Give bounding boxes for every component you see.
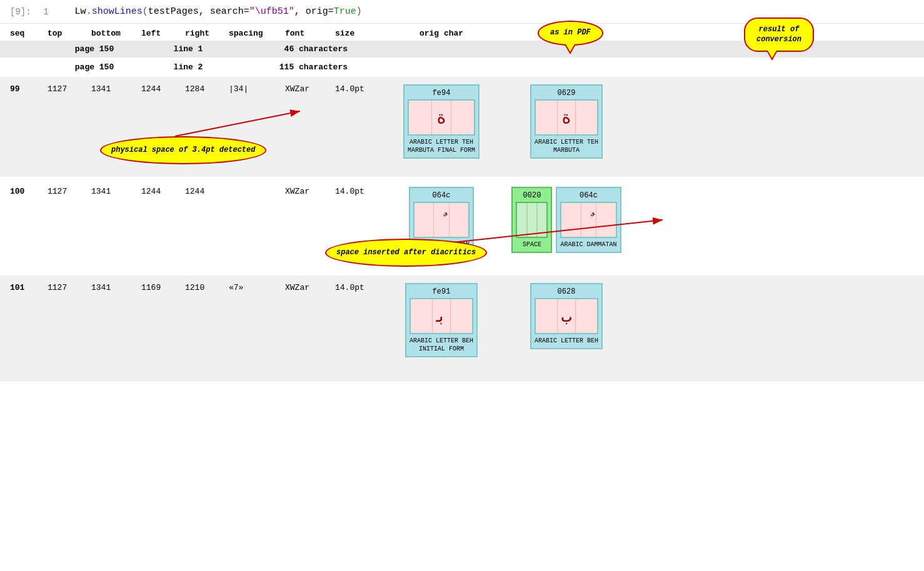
row-99-font: XWZar [285, 84, 335, 94]
page-row-1-page: page 150 [48, 44, 141, 54]
row-99-orig-desc: ARABIC LETTER TEH MARBUTA FINAL FORM [408, 138, 475, 154]
row-100-orig-code: 064c [413, 191, 470, 200]
code-method: showLines [92, 6, 143, 17]
col-header-orig-char: orig char [379, 29, 504, 38]
main-container: [9]: 1 Lw.showLines(testPages, search="\… [0, 0, 924, 571]
row-99-orig-char-glyph: ة [436, 107, 447, 128]
row-100-size: 14.0pt [335, 187, 379, 196]
row-101-orig-code: fe91 [409, 287, 473, 296]
col-header-left: left [141, 29, 185, 38]
row-101-size: 14.0pt [335, 283, 379, 292]
page-row-2-line: line 2 [141, 62, 235, 72]
col-header-bottom: bottom [91, 29, 141, 38]
line-number: 1 [44, 7, 63, 17]
physical-space-callout: physical space of 3.4pt detected [100, 136, 266, 164]
cell-label: [9]: [10, 7, 31, 17]
row-99-bottom: 1341 [91, 84, 141, 94]
row-100-left: 1244 [141, 187, 185, 196]
page-row-1-chars: 46 characters [235, 44, 360, 54]
row-100-conv-desc: ARABIC DAMMATAN [560, 241, 616, 249]
row-100-bottom: 1341 [91, 187, 141, 196]
data-row-99: 99 1127 1341 1244 1284 |34| XWZar 14.0pt… [0, 77, 924, 177]
row-100-conv-code: 064c [560, 191, 616, 200]
data-row-101: 101 1127 1341 1169 1210 «7» XWZar 14.0pt… [0, 276, 924, 382]
row-100-font: XWZar [285, 187, 335, 196]
row-101-orig-desc: ARABIC LETTER BEH INITIAL FORM [409, 337, 473, 353]
row-99-top: 1127 [48, 84, 91, 94]
row-99-right: 1284 [185, 84, 229, 94]
row-101-font: XWZar [285, 283, 335, 292]
row-101-conv-char-glyph: ب [561, 305, 572, 327]
content-area: seq top bottom left right spacing font s… [0, 24, 924, 382]
row-101-top: 1127 [48, 283, 91, 292]
row-101-left: 1169 [141, 283, 185, 292]
code-args: testPages, search= [148, 6, 249, 17]
row-101-conv-char: 0628 ب ARABIC LETTER BEH [504, 283, 629, 349]
page-row-1-line: line 1 [141, 44, 235, 54]
code-lw: Lw [75, 6, 86, 17]
code-content: Lw.showLines(testPages, search="\ufb51",… [75, 6, 362, 17]
row-99-seq: 99 [10, 84, 48, 94]
page-row-2: page 150 line 2 115 characters [0, 59, 924, 76]
row-100-space-code: 0020 [516, 191, 548, 200]
physical-space-text: physical space of 3.4pt detected [111, 146, 255, 154]
space-inserted-text: space inserted after diacritics [336, 248, 476, 257]
row-100-space-label: SPACE [516, 241, 548, 249]
row-99-orig-char: fe94 ة ARABIC LETTER TEH MARBUTA FINAL F… [379, 84, 504, 159]
row-99-size: 14.0pt [335, 84, 379, 94]
row-100-top: 1127 [48, 187, 91, 196]
code-orig-arg: , orig= [294, 6, 334, 17]
col-header-font: font [285, 29, 335, 38]
row-101-seq: 101 [10, 283, 48, 292]
col-header-right: right [185, 29, 229, 38]
orig-char-callout-text: as in PDF [550, 28, 591, 37]
row-99-orig-code: fe94 [408, 89, 475, 97]
col-header-size: size [335, 29, 379, 38]
row-99-conv-char-glyph: ة [561, 107, 572, 128]
row-101-right: 1210 [185, 283, 229, 292]
row-100-right: 1244 [185, 187, 229, 196]
col-header-spacing: spacing [229, 29, 285, 38]
row-101-orig-char-glyph: ﺑ [436, 305, 447, 327]
row-101-bottom: 1341 [91, 283, 141, 292]
row-101-conv-desc: ARABIC LETTER BEH [535, 337, 598, 345]
col-header-top: top [48, 29, 91, 38]
col-header-seq: seq [10, 29, 48, 38]
char-callout-text: result ofconversion [756, 25, 801, 44]
space-inserted-callout: space inserted after diacritics [325, 239, 487, 267]
svg-line-1 [175, 111, 300, 136]
row-101-spacing: «7» [229, 283, 285, 292]
code-search-string: "\ufb51" [249, 6, 294, 17]
page-row-2-chars: 115 characters [235, 62, 360, 72]
row-100-seq: 100 [10, 187, 48, 196]
row-101-orig-char: fe91 ﺑ ARABIC LETTER BEH INITIAL FORM [379, 283, 504, 357]
row-99-conv-desc: ARABIC LETTER TEH MARBUTA [535, 138, 598, 154]
row-101-conv-code: 0628 [535, 287, 598, 296]
code-true-val: True [334, 6, 356, 17]
row-100-conv-area: 0020 SPACE 064c ٌ ARABIC DAMMATAN [504, 187, 629, 253]
row-99-left: 1244 [141, 84, 185, 94]
char-callout: result ofconversion [744, 17, 814, 52]
row-99-spacing: |34| [229, 84, 285, 94]
row-99-conv-code: 0629 [535, 89, 598, 97]
data-row-100: 100 1127 1341 1244 1244 XWZar 14.0pt 064… [0, 179, 924, 273]
orig-char-callout: as in PDF [538, 21, 603, 46]
row-99-conv-char: 0629 ة ARABIC LETTER TEH MARBUTA [504, 84, 629, 159]
page-row-2-page: page 150 [48, 62, 141, 72]
